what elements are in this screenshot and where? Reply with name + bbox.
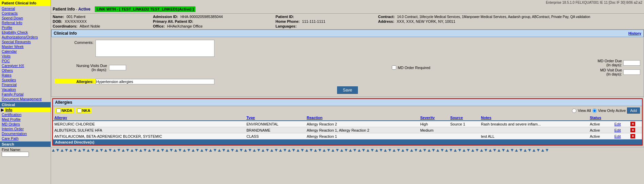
nkda-label: NKDA [55,108,74,113]
sidebar-item-caregiver-hx[interactable]: Caregiver HX [0,63,51,68]
save-button[interactable]: Save [337,86,358,94]
edit-link-1[interactable]: Edit [614,128,621,132]
edit-cell-1[interactable]: Edit [613,127,629,133]
md-order-due-input[interactable] [623,60,640,66]
delete-btn-0[interactable]: ✕ [630,122,635,126]
col-status-link[interactable]: Status [590,116,601,120]
first-name-input[interactable] [2,152,29,157]
add-allergy-button[interactable]: Add [627,107,640,114]
col-type-header[interactable]: Type [245,115,305,121]
delete-cell-2[interactable]: ✕ [629,133,642,139]
view-all-radio[interactable] [572,108,576,113]
allergies-input[interactable] [95,79,214,84]
office-field: Office: HHAeXchange Office [153,24,275,28]
md-order-required-checkbox[interactable] [392,65,396,70]
office-value: HHAeXchange Office [167,24,203,28]
edit-link-2[interactable]: Edit [614,134,621,138]
severity-cell-0: High [419,121,449,127]
sidebar-item-referral-info[interactable]: Referral Info [0,20,51,25]
top-bar: Enterprise 18.5.1.0 FELXQUAT001 IE 11 [D… [51,0,644,5]
allergy-table: Allergy Type Reaction Severity Source No… [53,115,642,139]
col-reaction-link[interactable]: Reaction [307,116,322,120]
edit-link-0[interactable]: Edit [614,122,621,126]
nkda-checkbox[interactable] [56,108,61,113]
col-notes-link[interactable]: Notes [481,116,491,120]
allergy-table-body: MERCURIC CHLORIDE ENVIRONMENTAL Allergy … [53,121,642,139]
sidebar-item-calendar[interactable]: Calendar [0,49,51,54]
scroll-bar[interactable]: ▲▼▲▼▲▼▲▼▲▼▲▼▲▼▲▼▲▼▲▼▲▼▲▼▲▼▲▼▲▼▲▼▲▼▲▼▲▼▲▼… [51,147,644,152]
sidebar-item-others[interactable]: Others [0,68,51,73]
delete-btn-1[interactable]: ✕ [630,128,635,132]
sidebar-item-certification[interactable]: Certification [0,112,51,117]
coordinators-value: Albert Noble [80,24,100,28]
notes-cell-1 [480,127,588,133]
sidebar-item-md-orders[interactable]: MD Orders [0,122,51,127]
clinical-info-body: Comments: Nursing Visits Due(In days): M… [51,37,644,97]
source-cell-0: Source 1 [449,121,480,127]
sidebar-item-spend-down[interactable]: Spend Down [0,16,51,20]
sidebar-item-care-path[interactable]: Care Path [0,136,51,141]
sidebar-item-documentation[interactable]: Documentation [0,131,51,136]
comments-textarea[interactable] [95,40,214,57]
sidebar-item-supplies[interactable]: Supplies [0,78,51,82]
save-row: Save [55,86,640,94]
notes-cell-0: Rash breakouts and severe inflam... [480,121,588,127]
sidebar-item-med-profile[interactable]: Med Profile [0,117,51,122]
sidebar-header: Patient Clinical Info [0,0,51,6]
status-cell-0: Active [588,121,613,127]
reaction-cell-2: Allergy Reaction 1 [305,133,419,139]
sidebar-item-family-portal[interactable]: Family Portal [0,92,51,97]
history-link[interactable]: History [628,31,641,35]
comments-label: Comments: [55,40,95,45]
reaction-cell-0: Allergy Reaction 2 [305,121,419,127]
delete-cell-0[interactable]: ✕ [629,121,642,127]
col-reaction-header[interactable]: Reaction [305,115,419,121]
sidebar-item-authorizations-orders[interactable]: Authorizations/Orders [0,35,51,39]
sidebar-item-visits[interactable]: Visits [0,54,51,58]
delete-btn-2[interactable]: ✕ [630,134,635,138]
nursing-visits-input[interactable] [109,65,126,70]
clinical-info-header: Clinical Info History [51,30,644,37]
col-type-link[interactable]: Type [246,116,255,120]
sidebar-item-interim-order[interactable]: Interim Order [0,127,51,131]
col-status-header[interactable]: Status [588,115,613,121]
col-severity-link[interactable]: Severity [420,116,435,120]
sidebar-item-document-management[interactable]: Document Management [0,97,51,101]
edit-cell-2[interactable]: Edit [613,133,629,139]
delete-cell-1[interactable]: ✕ [629,127,642,133]
md-visit-due-input[interactable] [623,69,640,75]
sidebar-item-poc[interactable]: POC [0,58,51,63]
name-field: Name: 001 Patient [53,15,152,19]
allergies-row: Allergies: [55,79,640,84]
col-allergy-header[interactable]: Allergy [53,115,245,121]
edit-cell-0[interactable]: Edit [613,121,629,127]
col-notes-header[interactable]: Notes [480,115,588,121]
sidebar-item-contracts[interactable]: Contracts [0,11,51,16]
sidebar-item-rates[interactable]: Rates [0,73,51,78]
sidebar-item-financial[interactable]: Financial [0,82,51,87]
md-order-due-row: MD Order Due(In days): [597,59,640,67]
view-all-label: View All [578,108,591,113]
view-active-radio[interactable] [592,108,597,113]
sidebar-item-vacation[interactable]: Vacation [0,87,51,92]
col-allergy-link[interactable]: Allergy [54,116,67,120]
link-with-button[interactable]: LINK WITH - [ TEST_LINKED2 TEST_LINKED1(… [95,6,195,12]
sidebar-item-info[interactable]: Info [4,107,51,112]
patient-info-bar: Patient Info - Active LINK WITH - [ TEST… [51,5,644,14]
admission-label: Admission ID: [153,15,179,19]
contract-value: 14.0 Contract, 1lifecycle Medical Servic… [397,15,590,19]
dob-label: DOB: [53,19,64,23]
sidebar-item-general[interactable]: General [0,6,51,11]
sidebar-item-special-requests[interactable]: Special Requests [0,39,51,44]
search-area: First Name: [0,147,51,157]
sidebar-item-profile[interactable]: Profile [0,25,51,30]
col-source-header[interactable]: Source [449,115,480,121]
col-source-link[interactable]: Source [450,116,463,120]
col-severity-header[interactable]: Severity [419,115,449,121]
nka-checkbox[interactable] [77,108,82,113]
sidebar-item-master-week[interactable]: Master Week [0,44,51,49]
languages-label: Languages: [276,24,298,28]
sidebar-item-eligibility-check[interactable]: Eligibility Check [0,30,51,35]
primary-alt-field: Primary Alt. Patient ID: [153,19,275,23]
home-phone-link[interactable]: 111-111-1111 [302,19,326,23]
